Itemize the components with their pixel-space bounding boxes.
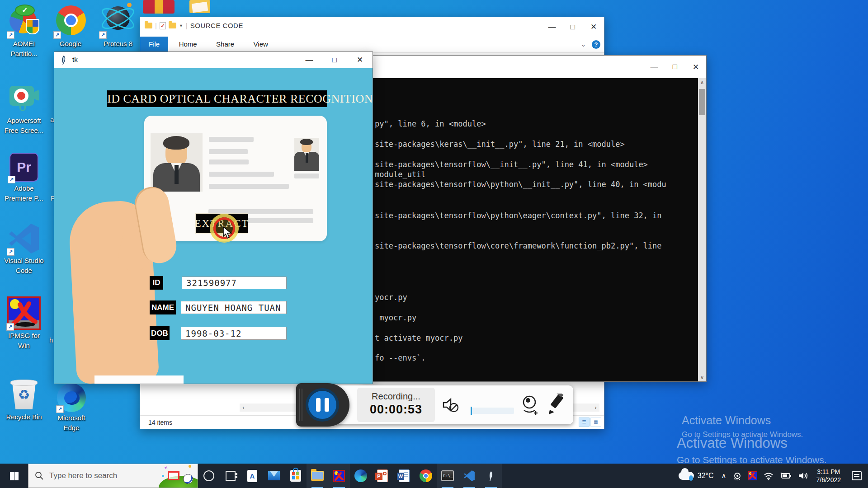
folder-icon[interactable] xyxy=(189,0,210,13)
tk-ocr-window: tk — □ ✕ ID CARD OPTICAL CHARACTER RECOG… xyxy=(54,52,373,384)
start-button[interactable] xyxy=(0,464,28,488)
shortcut-arrow-icon: ↗ xyxy=(53,31,61,39)
tray-recorder-icon[interactable] xyxy=(730,464,745,488)
taskbar-task-view-button[interactable] xyxy=(220,464,241,488)
taskbar-chrome-button[interactable] xyxy=(415,464,437,488)
dob-value-field[interactable]: 1998-03-12 xyxy=(181,327,287,340)
new-folder-icon[interactable] xyxy=(169,23,176,28)
soccer-ball-icon xyxy=(183,474,193,484)
id-value-field[interactable]: 321590977 xyxy=(182,277,287,289)
scroll-right-icon[interactable]: › xyxy=(592,404,599,411)
webcam-button[interactable] xyxy=(519,383,539,427)
icon-label: Code xyxy=(2,267,46,275)
pencil-icon xyxy=(546,394,566,416)
taskbar-tk-button[interactable] xyxy=(480,464,502,488)
desktop-icon-apowersoft[interactable]: Apowersoft Free Scree... xyxy=(2,82,46,135)
desktop-icon-recycle-bin[interactable]: ♻ Recycle Bin xyxy=(2,380,46,421)
taskbar-cmd-button[interactable]: C:\_ xyxy=(437,464,458,488)
tray-volume-icon[interactable] xyxy=(795,464,812,488)
drag-handle[interactable] xyxy=(299,389,304,421)
scroll-left-icon[interactable]: ‹ xyxy=(240,404,247,411)
scroll-up-icon[interactable]: ∧ xyxy=(698,78,706,86)
terminal-window: — □ ✕ py", line 6, in <module> site-pack… xyxy=(365,55,707,382)
maximize-button[interactable]: □ xyxy=(562,17,583,37)
taskbar-search[interactable]: Type here to search xyxy=(28,464,198,488)
desktop-icon-google-chrome[interactable]: ↗ Google xyxy=(49,4,92,48)
shortcut-arrow-icon: ↗ xyxy=(8,176,15,183)
quick-access-dropdown-icon[interactable]: ▼ xyxy=(179,23,183,28)
taskbar-word-button[interactable]: W xyxy=(393,464,415,488)
desktop-icon-aomei[interactable]: ✓ ↗ AOMEI Partitio... xyxy=(2,4,46,58)
scroll-down-icon[interactable]: ∨ xyxy=(698,373,706,381)
word-icon: W xyxy=(399,469,410,482)
icon-label: Adobe xyxy=(2,184,46,192)
mouse-cursor-icon xyxy=(222,226,233,239)
close-button[interactable]: ✕ xyxy=(685,56,706,78)
terminal-line: myocr.py xyxy=(375,313,416,322)
taskbar-edge-button[interactable] xyxy=(350,464,372,488)
minimize-button[interactable]: — xyxy=(542,17,562,37)
watermark-title: Activate Windows xyxy=(682,414,803,427)
details-view-button[interactable]: ☰ xyxy=(579,418,590,427)
tab-home[interactable]: Home xyxy=(170,37,206,52)
pause-button[interactable] xyxy=(306,388,339,422)
properties-icon[interactable]: ✓ xyxy=(160,22,166,29)
taskbar-store-button[interactable] xyxy=(285,464,307,488)
ribbon-collapse-icon[interactable]: ⌄ xyxy=(581,41,586,48)
desktop-icon-premiere[interactable]: Pr ↗ Adobe Premiere P... xyxy=(2,152,46,202)
taskbar-powerpoint-button[interactable]: P xyxy=(372,464,393,488)
tk-titlebar[interactable]: tk — □ ✕ xyxy=(54,52,373,68)
taskbar-clock[interactable]: 3:11 PM 7/6/2022 xyxy=(812,468,846,484)
icon-label: Edge xyxy=(50,424,93,432)
tray-ipmsg-icon[interactable] xyxy=(745,464,760,488)
close-button[interactable]: ✕ xyxy=(347,52,373,68)
minimize-button[interactable]: — xyxy=(297,52,322,68)
apowersoft-lens xyxy=(33,89,39,101)
taskbar-weather-button[interactable]: 32°C xyxy=(674,472,718,480)
annotate-button[interactable] xyxy=(546,383,566,427)
tray-battery-icon[interactable] xyxy=(777,464,795,488)
maximize-button[interactable]: □ xyxy=(322,52,347,68)
icon-label: Win xyxy=(2,342,46,350)
vertical-scrollbar[interactable]: ∧ ∨ xyxy=(698,78,706,381)
tray-overflow-chevron[interactable]: ∧ xyxy=(718,464,730,488)
taskbar-file-explorer-button[interactable] xyxy=(307,464,328,488)
dob-label: DOB xyxy=(150,326,170,340)
shirt-cuff xyxy=(94,375,184,384)
desktop-icon-ipmsg[interactable]: ↗ IPMSG for Win xyxy=(2,296,46,350)
mute-speaker-button[interactable] xyxy=(442,383,460,427)
tab-file[interactable]: File xyxy=(140,37,168,52)
activate-windows-watermark: Activate Windows Go to Settings to activ… xyxy=(677,435,827,465)
tab-share[interactable]: Share xyxy=(208,37,243,52)
taskbar-mail-button[interactable] xyxy=(263,464,285,488)
file-explorer-icon xyxy=(311,471,324,481)
tray-wifi-icon[interactable] xyxy=(760,464,777,488)
archive-icon[interactable] xyxy=(143,0,175,14)
action-center-icon[interactable] xyxy=(852,471,862,480)
name-value-field[interactable]: NGUYEN HOANG TUAN xyxy=(181,301,287,314)
taskbar-vscode-button[interactable] xyxy=(458,464,480,488)
terminal-line: site-packages\keras\__init__.py", line 2… xyxy=(375,140,625,149)
minimize-button[interactable]: — xyxy=(644,56,665,78)
taskbar-ipmsg-button[interactable] xyxy=(328,464,350,488)
icon-label: Microsoft xyxy=(50,414,93,422)
close-button[interactable]: ✕ xyxy=(583,17,604,37)
maximize-button[interactable]: □ xyxy=(665,56,685,78)
explorer-titlebar[interactable]: | ✓ ▼ | SOURCE CODE — □ ✕ xyxy=(140,17,604,37)
icon-label: Free Scree... xyxy=(2,127,46,135)
scrollbar-thumb[interactable] xyxy=(699,89,705,115)
terminal-titlebar[interactable]: — □ ✕ xyxy=(366,56,706,78)
tab-view[interactable]: View xyxy=(245,37,277,52)
desktop-icon-edge[interactable]: ↗ Microsoft Edge xyxy=(50,383,93,432)
tk-feather-taskbar-icon xyxy=(486,470,495,481)
taskbar-news-button[interactable]: A xyxy=(241,464,263,488)
desktop-icon-vscode[interactable]: ↗ Visual Studio Code xyxy=(2,222,46,275)
help-icon[interactable]: ? xyxy=(592,40,600,49)
desktop-icon-proteus[interactable]: ↗ Proteus 8 xyxy=(96,2,140,48)
thumbnail-view-button[interactable]: ▦ xyxy=(590,418,601,427)
edge-icon xyxy=(354,469,367,482)
taskbar-cortana-button[interactable] xyxy=(198,464,220,488)
terminal-line: yocr.py xyxy=(375,293,407,302)
weather-cloud-icon xyxy=(679,472,694,480)
screen-recorder-toolbar: Recording... 00:00:53 xyxy=(296,383,573,427)
